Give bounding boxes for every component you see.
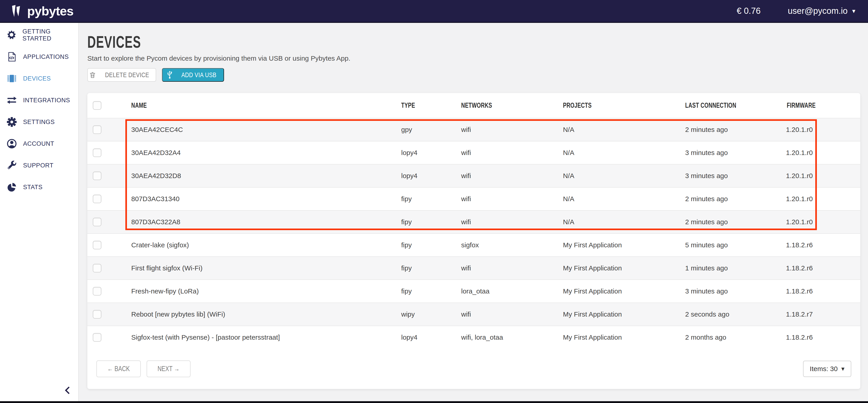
device-type: wipy — [395, 310, 455, 318]
device-last-connection: 2 minutes ago — [679, 126, 777, 133]
sidebar-item-stats[interactable]: STATS — [0, 176, 78, 198]
items-per-page-dropdown[interactable]: Items: 30 ▾ — [803, 361, 851, 377]
swap-arrows-icon — [6, 95, 18, 105]
device-firmware: 1.20.1.r0 — [777, 172, 860, 180]
sidebar-item-label: STATS — [23, 184, 42, 191]
select-all-cell — [87, 101, 125, 110]
add-via-usb-button[interactable]: ADD VIA USB — [162, 68, 224, 82]
chevron-down-icon: ▾ — [852, 8, 855, 14]
device-projects: My First Application — [557, 310, 679, 318]
column-header-last-connection: LAST CONNECTION — [679, 101, 777, 110]
device-projects: My First Application — [557, 287, 679, 295]
row-checkbox-cell — [87, 125, 125, 134]
usb-icon — [165, 70, 174, 80]
row-checkbox[interactable] — [93, 149, 101, 157]
device-last-connection: 2 months ago — [679, 334, 777, 341]
row-checkbox[interactable] — [93, 172, 101, 180]
device-projects: N/A — [557, 149, 679, 157]
row-checkbox[interactable] — [93, 287, 101, 296]
table-row[interactable]: Crater-lake (sigfox)fipysigfoxMy First A… — [87, 233, 860, 256]
sidebar-item-account[interactable]: ACCOUNT — [0, 133, 78, 155]
pybytes-logo[interactable]: pybytes — [9, 4, 73, 18]
column-header-name: NAME — [125, 101, 395, 110]
trash-icon — [89, 71, 96, 79]
table-row[interactable]: 30AEA42CEC4CgpywifiN/A2 minutes ago1.20.… — [87, 118, 860, 141]
table-row[interactable]: Sigfox-test (with Pysense) - [pastoor pe… — [87, 326, 860, 349]
device-firmware: 1.18.2.r6 — [777, 334, 860, 341]
device-firmware: 1.20.1.r0 — [777, 149, 860, 157]
table-row[interactable]: 807D3AC322A8fipywifiN/A2 minutes ago1.20… — [87, 210, 860, 233]
sidebar-item-support[interactable]: SUPPORT — [0, 155, 78, 176]
column-header-networks: NETWORKS — [455, 101, 557, 110]
row-checkbox-cell — [87, 264, 125, 273]
device-firmware: 1.18.2.r7 — [777, 310, 860, 318]
sidebar-item-applications[interactable]: APPLICATIONS — [0, 46, 78, 68]
back-button[interactable]: ← BACK — [96, 361, 141, 377]
table-row[interactable]: 807D3AC31340fipywifiN/A2 minutes ago1.20… — [87, 187, 860, 210]
sidebar-item-settings[interactable]: SETTINGS — [0, 111, 78, 133]
device-last-connection: 2 minutes ago — [679, 195, 777, 203]
table-row[interactable]: Fresh-new-fipy (LoRa)fipylora_otaaMy Fir… — [87, 279, 860, 303]
device-name: Fresh-new-fipy (LoRa) — [125, 287, 395, 295]
row-checkbox[interactable] — [93, 125, 101, 134]
sidebar-item-label: APPLICATIONS — [23, 53, 69, 60]
row-checkbox[interactable] — [93, 310, 101, 319]
device-type: fipy — [395, 287, 455, 295]
device-last-connection: 2 seconds ago — [679, 310, 777, 318]
sidebar-item-getting-started[interactable]: GETTING STARTED — [0, 24, 78, 46]
next-button[interactable]: NEXT → — [147, 361, 190, 377]
device-last-connection: 3 minutes ago — [679, 172, 777, 180]
sidebar: GETTING STARTEDAPPLICATIONSDEVICESINTEGR… — [0, 23, 79, 401]
chevron-down-icon: ▾ — [841, 366, 844, 372]
device-projects: My First Application — [557, 241, 679, 249]
sidebar-collapse-button[interactable] — [63, 385, 73, 395]
table-row[interactable]: Reboot [new pybytes lib] (WiFi)wipywifiM… — [87, 303, 860, 326]
sidebar-item-integrations[interactable]: INTEGRATIONS — [0, 89, 78, 111]
row-checkbox[interactable] — [93, 264, 101, 273]
device-projects: My First Application — [557, 334, 679, 341]
device-networks: wifi — [455, 126, 557, 133]
add-via-usb-label: ADD VIA USB — [181, 71, 216, 79]
device-firmware: 1.18.2.r6 — [777, 264, 860, 272]
pagination-bar: ← BACK NEXT → Items: 30 ▾ — [87, 349, 860, 389]
row-checkbox[interactable] — [93, 241, 101, 249]
select-all-checkbox[interactable] — [93, 101, 101, 110]
logo-text: pybytes — [27, 4, 73, 18]
delete-device-button[interactable]: DELETE DEVICE — [87, 68, 156, 82]
device-projects: N/A — [557, 172, 679, 180]
sidebar-item-label: GETTING STARTED — [22, 28, 78, 42]
device-name: Reboot [new pybytes lib] (WiFi) — [125, 310, 395, 318]
row-checkbox-cell — [87, 195, 125, 203]
top-bar: pybytes € 0.76 user@pycom.io ▾ — [0, 0, 868, 23]
sidebar-item-devices[interactable]: DEVICES — [0, 68, 78, 89]
device-type: lopy4 — [395, 149, 455, 157]
device-type: fipy — [395, 241, 455, 249]
table-row[interactable]: 30AEA42D32A4lopy4wifiN/A3 minutes ago1.2… — [87, 141, 860, 164]
device-name: First flight sigfox (Wi-Fi) — [125, 264, 395, 272]
row-checkbox-cell — [87, 149, 125, 157]
code-file-icon — [6, 52, 18, 62]
device-networks: wifi, lora_otaa — [455, 334, 557, 341]
device-last-connection: 5 minutes ago — [679, 241, 777, 249]
row-checkbox[interactable] — [93, 333, 101, 342]
table-row[interactable]: 30AEA42D32D8lopy4wifiN/A3 minutes ago1.2… — [87, 164, 860, 187]
main-content: DEVICES Start to explore the Pycom devic… — [79, 23, 868, 401]
table-body: 30AEA42CEC4CgpywifiN/A2 minutes ago1.20.… — [87, 118, 860, 349]
sidebar-item-label: DEVICES — [23, 75, 51, 82]
items-per-page-label: Items: 30 — [810, 365, 838, 373]
device-networks: wifi — [455, 310, 557, 318]
sidebar-item-label: INTEGRATIONS — [23, 97, 70, 104]
device-firmware: 1.20.1.r0 — [777, 218, 860, 226]
row-checkbox-cell — [87, 287, 125, 296]
user-email: user@pycom.io — [788, 6, 848, 16]
row-checkbox[interactable] — [93, 195, 101, 203]
table-row[interactable]: First flight sigfox (Wi-Fi)fipywifiMy Fi… — [87, 256, 860, 279]
sidebar-item-label: SETTINGS — [23, 119, 55, 126]
row-checkbox[interactable] — [93, 218, 101, 226]
row-checkbox-cell — [87, 218, 125, 226]
user-menu[interactable]: user@pycom.io ▾ — [788, 6, 855, 16]
sidebar-nav: GETTING STARTEDAPPLICATIONSDEVICESINTEGR… — [0, 23, 78, 198]
pie-chart-icon — [6, 182, 18, 192]
device-type: fipy — [395, 195, 455, 203]
row-checkbox-cell — [87, 310, 125, 319]
